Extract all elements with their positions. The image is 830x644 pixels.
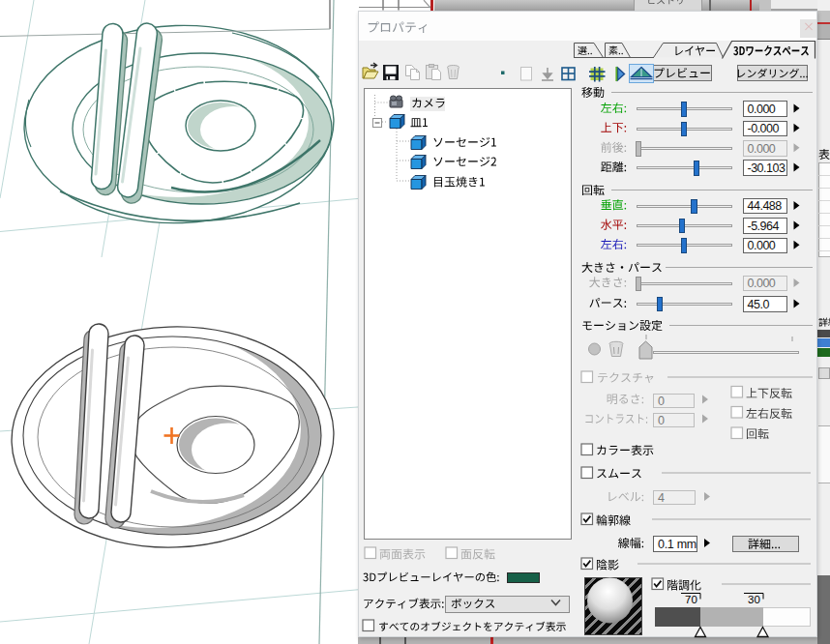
svg-text:30: 30 (748, 594, 760, 605)
svg-text:70: 70 (685, 594, 697, 605)
